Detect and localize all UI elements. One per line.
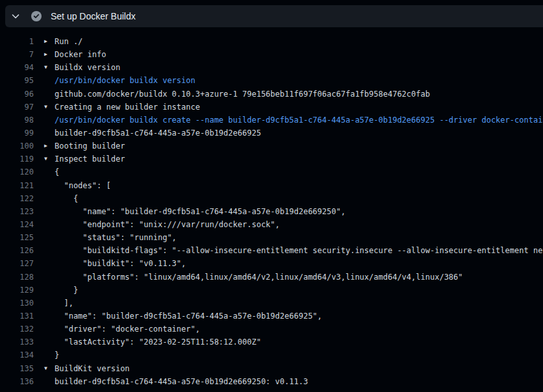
log-text: github.com/docker/buildx 0.10.3+azure-1 …: [55, 88, 430, 101]
log-text: {: [55, 165, 59, 178]
line-number[interactable]: 135: [0, 362, 34, 375]
log-group-row[interactable]: 7▶Docker info: [0, 48, 543, 61]
log-text: "platforms": "linux/amd64,linux/amd64/v2…: [55, 271, 463, 284]
log-text: "buildkitd-flags": "--allow-insecure-ent…: [55, 244, 543, 257]
triangle-down-icon: ▼: [44, 153, 55, 165]
log-line-row: 123 "name": "builder-d9cfb5a1-c764-445a-…: [0, 205, 543, 218]
step-header[interactable]: Set up Docker Buildx: [5, 5, 543, 27]
line-number[interactable]: 95: [0, 74, 34, 87]
line-number[interactable]: 136: [0, 375, 34, 388]
line-number[interactable]: 94: [0, 61, 34, 74]
line-number[interactable]: 124: [0, 218, 34, 231]
log-text: /usr/bin/docker buildx version: [55, 74, 196, 87]
chevron-down-icon[interactable]: [5, 5, 26, 27]
log-group-row[interactable]: 119▼Inspect builder: [0, 153, 543, 165]
log-text: "endpoint": "unix:///var/run/docker.sock…: [55, 218, 280, 231]
log-group-row[interactable]: 97▼Creating a new builder instance: [0, 101, 543, 114]
log-line-row: 136builder-d9cfb5a1-c764-445a-a57e-0b19d…: [0, 375, 543, 388]
triangle-right-icon: ▶: [44, 48, 55, 61]
log-line-row: 132 "driver": "docker-container",: [0, 323, 543, 336]
log-line-row: 124 "endpoint": "unix:///var/run/docker.…: [0, 218, 543, 231]
log-text: builder-d9cfb5a1-c764-445a-a57e-0b19d2e6…: [55, 375, 308, 388]
triangle-right-icon: ▶: [44, 140, 55, 153]
log-text: Creating a new builder instance: [55, 101, 200, 114]
log-line-row: 99builder-d9cfb5a1-c764-445a-a57e-0b19d2…: [0, 127, 543, 140]
line-number[interactable]: 134: [0, 349, 34, 361]
line-number[interactable]: 130: [0, 297, 34, 310]
log-line-row: 128 "platforms": "linux/amd64,linux/amd6…: [0, 271, 543, 284]
log-text: builder-d9cfb5a1-c764-445a-a57e-0b19d2e6…: [55, 127, 261, 140]
line-number[interactable]: 133: [0, 336, 34, 349]
log-text: "name": "builder-d9cfb5a1-c764-445a-a57e…: [55, 310, 322, 323]
line-number[interactable]: 126: [0, 244, 34, 257]
log-line-row: 125 "status": "running",: [0, 231, 543, 244]
log-text: Run ./: [55, 35, 82, 48]
log-text: Docker info: [55, 48, 106, 61]
line-number[interactable]: 127: [0, 257, 34, 270]
triangle-down-icon: ▼: [44, 61, 55, 74]
triangle-right-icon: ▶: [44, 35, 55, 48]
line-number[interactable]: 98: [0, 114, 34, 127]
log-line-row: 120{: [0, 165, 543, 178]
line-number[interactable]: 7: [0, 48, 34, 61]
log-line-row: 98/usr/bin/docker buildx create --name b…: [0, 114, 543, 127]
line-number[interactable]: 119: [0, 153, 34, 165]
log-text: "lastActivity": "2023-02-25T11:58:12.000…: [55, 336, 261, 349]
line-number[interactable]: 100: [0, 140, 34, 153]
line-number[interactable]: 123: [0, 205, 34, 218]
log-line-row: 133 "lastActivity": "2023-02-25T11:58:12…: [0, 336, 543, 349]
log-line-row: 134}: [0, 349, 543, 361]
log-text: {: [55, 192, 78, 205]
log-group-row[interactable]: 100▶Booting builder: [0, 140, 543, 153]
log-line-row: 121 "nodes": [: [0, 179, 543, 192]
check-circle-icon: [31, 11, 42, 21]
line-number[interactable]: 120: [0, 165, 34, 178]
log-group-row[interactable]: 1▶Run ./: [0, 35, 543, 48]
line-number[interactable]: 128: [0, 271, 34, 284]
triangle-down-icon: ▼: [44, 362, 55, 375]
line-number[interactable]: 122: [0, 192, 34, 205]
line-number[interactable]: 96: [0, 88, 34, 101]
log-text: "driver": "docker-container",: [55, 323, 200, 336]
log-text: "status": "running",: [55, 231, 177, 244]
log-text: Buildx version: [55, 61, 120, 74]
log-line-row: 95/usr/bin/docker buildx version: [0, 74, 543, 87]
log-text: Inspect builder: [55, 153, 125, 165]
log-line-row: 131 "name": "builder-d9cfb5a1-c764-445a-…: [0, 310, 543, 323]
log-line-row: 130 ],: [0, 297, 543, 310]
triangle-down-icon: ▼: [44, 101, 55, 114]
log-line-row: 127 "buildkit": "v0.11.3",: [0, 257, 543, 270]
log-text: "name": "builder-d9cfb5a1-c764-445a-a57e…: [55, 205, 346, 218]
log-text: Booting builder: [55, 140, 125, 153]
log-line-row: 122 {: [0, 192, 543, 205]
log-text: "nodes": [: [55, 179, 111, 192]
log-line-row: 129 }: [0, 284, 543, 297]
step-title: Set up Docker Buildx: [51, 11, 136, 21]
log-line-row: 126 "buildkitd-flags": "--allow-insecure…: [0, 244, 543, 257]
line-number[interactable]: 132: [0, 323, 34, 336]
line-number[interactable]: 129: [0, 284, 34, 297]
line-number[interactable]: 131: [0, 310, 34, 323]
line-number[interactable]: 97: [0, 101, 34, 114]
log-text: BuildKit version: [55, 362, 130, 375]
log-group-row[interactable]: 135▼BuildKit version: [0, 362, 543, 375]
log-text: "buildkit": "v0.11.3",: [55, 257, 186, 270]
log-lines: 1▶Run ./7▶Docker info94▼Buildx version95…: [0, 27, 543, 388]
log-text: /usr/bin/docker buildx create --name bui…: [55, 114, 543, 127]
line-number[interactable]: 1: [0, 35, 34, 48]
log-text: ],: [55, 297, 73, 310]
line-number[interactable]: 99: [0, 127, 34, 140]
line-number[interactable]: 121: [0, 179, 34, 192]
log-text: }: [55, 284, 78, 297]
log-line-row: 96github.com/docker/buildx 0.10.3+azure-…: [0, 88, 543, 101]
log-group-row[interactable]: 94▼Buildx version: [0, 61, 543, 74]
line-number[interactable]: 125: [0, 231, 34, 244]
log-text: }: [55, 349, 59, 361]
